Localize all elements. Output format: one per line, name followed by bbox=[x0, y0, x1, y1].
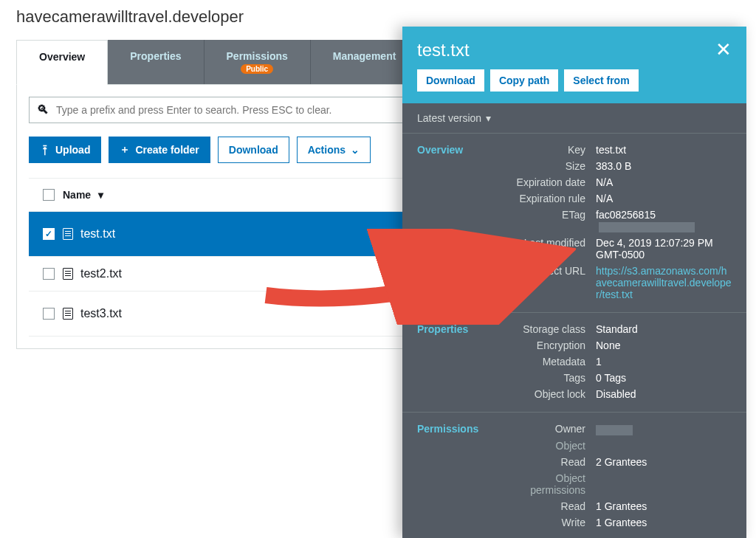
kv-label: Read bbox=[510, 500, 591, 512]
kv-label: Key bbox=[510, 144, 591, 156]
kv-value: fac08256815 bbox=[596, 209, 732, 232]
properties-section-title: Properties bbox=[417, 323, 506, 335]
kv-label: Object lock bbox=[510, 388, 591, 400]
object-url-link[interactable]: https://s3.amazonaws.com/havecamerawillt… bbox=[596, 265, 732, 300]
overview-section-title: Overview bbox=[417, 144, 506, 156]
kv-value: Dec 4, 2019 12:07:29 PM GMT-0500 bbox=[596, 237, 732, 261]
kv-label: Object URL bbox=[510, 265, 591, 277]
kv-value: Disabled bbox=[596, 388, 732, 400]
object-detail-panel: test.txt ✕ Download Copy path Select fro… bbox=[402, 27, 746, 538]
file-name: test2.txt bbox=[80, 267, 122, 280]
tab-properties[interactable]: Properties bbox=[108, 40, 204, 84]
version-label: Latest version bbox=[417, 112, 481, 124]
upload-button[interactable]: ⭱ Upload bbox=[29, 137, 101, 163]
file-name: test3.txt bbox=[80, 307, 122, 320]
plus-icon: ＋ bbox=[120, 143, 130, 156]
button-label: Upload bbox=[55, 144, 90, 156]
version-selector[interactable]: Latest version ▾ bbox=[402, 103, 746, 134]
kv-value: 383.0 B bbox=[596, 160, 732, 172]
create-folder-button[interactable]: ＋ Create folder bbox=[109, 137, 210, 163]
button-label: Actions bbox=[308, 144, 346, 156]
kv-label: ETag bbox=[510, 209, 591, 221]
file-name: test.txt bbox=[80, 227, 115, 241]
kv-label: Tags bbox=[510, 372, 591, 384]
kv-label: Size bbox=[510, 160, 591, 172]
row-checkbox[interactable] bbox=[43, 308, 55, 320]
kv-label: Storage class bbox=[510, 323, 591, 335]
close-icon[interactable]: ✕ bbox=[715, 40, 732, 59]
redacted-mask bbox=[599, 222, 695, 232]
tab-label: Overview bbox=[39, 51, 85, 63]
kv-value: N/A bbox=[596, 193, 732, 204]
kv-value: Standard bbox=[596, 323, 732, 335]
row-checkbox[interactable] bbox=[43, 268, 55, 280]
kv-value: 2 Grantees bbox=[596, 456, 732, 468]
tab-label: Management bbox=[333, 50, 396, 62]
object-subhead: Object bbox=[510, 440, 591, 452]
kv-value: 1 Grantees bbox=[596, 500, 732, 512]
kv-label: Last modified bbox=[510, 237, 591, 249]
download-button[interactable]: Download bbox=[218, 137, 289, 163]
upload-icon: ⭱ bbox=[40, 144, 50, 156]
kv-value: 1 Grantees bbox=[596, 517, 732, 528]
file-icon bbox=[63, 268, 73, 280]
kv-value bbox=[596, 423, 732, 435]
tab-label: Properties bbox=[130, 50, 181, 62]
panel-download-button[interactable]: Download bbox=[417, 69, 484, 92]
redacted-mask bbox=[596, 425, 633, 435]
kv-value: 0 Tags bbox=[596, 372, 732, 384]
kv-label: Encryption bbox=[510, 339, 591, 351]
select-all-checkbox[interactable] bbox=[43, 189, 55, 201]
kv-value: None bbox=[596, 339, 732, 351]
chevron-down-icon: ⌄ bbox=[351, 144, 360, 156]
row-checkbox[interactable] bbox=[43, 228, 55, 240]
column-name[interactable]: Name bbox=[63, 189, 91, 201]
tab-overview[interactable]: Overview bbox=[16, 40, 108, 85]
button-label: Create folder bbox=[135, 144, 199, 156]
actions-button[interactable]: Actions ⌄ bbox=[297, 137, 371, 163]
public-badge: Public bbox=[241, 64, 273, 74]
search-icon: 🔍︎ bbox=[37, 103, 49, 117]
panel-title: test.txt bbox=[417, 40, 470, 61]
panel-select-from-button[interactable]: Select from bbox=[564, 69, 638, 92]
kv-label: Metadata bbox=[510, 356, 591, 368]
kv-value: 1 bbox=[596, 356, 732, 368]
sort-icon: ▾ bbox=[98, 189, 103, 201]
kv-label: Owner bbox=[510, 423, 591, 435]
tab-permissions[interactable]: Permissions Public bbox=[205, 40, 311, 84]
kv-value: test.txt bbox=[596, 144, 732, 156]
kv-label: Expiration rule bbox=[510, 193, 591, 204]
permissions-section-title: Permissions bbox=[417, 423, 506, 435]
object-permissions-subhead: Object permissions bbox=[510, 472, 591, 496]
caret-down-icon: ▾ bbox=[486, 112, 491, 124]
panel-copy-path-button[interactable]: Copy path bbox=[490, 69, 558, 92]
file-icon bbox=[63, 228, 73, 240]
file-icon bbox=[63, 308, 73, 320]
kv-value: N/A bbox=[596, 176, 732, 188]
kv-label: Read bbox=[510, 456, 591, 468]
bucket-title: havecamerawilltravel.developer bbox=[16, 7, 740, 27]
kv-label: Write bbox=[510, 517, 591, 528]
kv-label: Expiration date bbox=[510, 176, 591, 188]
tab-label: Permissions bbox=[227, 50, 288, 62]
button-label: Download bbox=[229, 144, 278, 156]
